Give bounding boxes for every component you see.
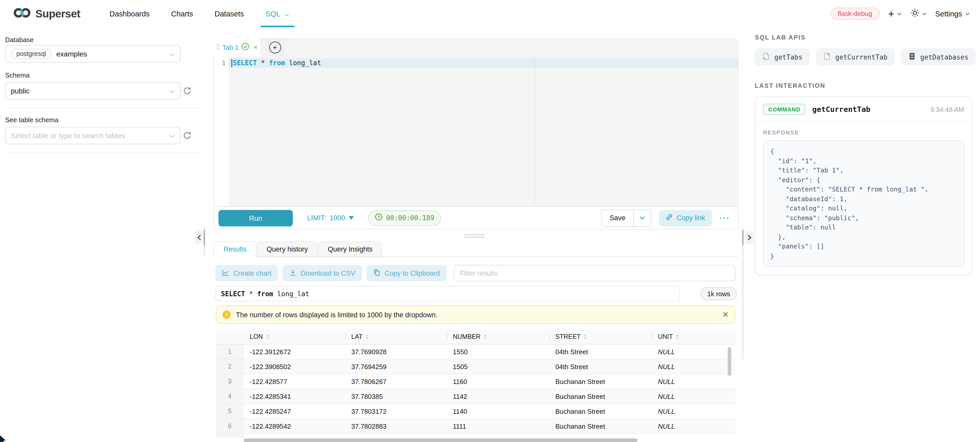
- download-csv-button[interactable]: Download to CSV: [283, 265, 362, 281]
- tab-results[interactable]: Results: [214, 241, 256, 257]
- get-current-tab-button[interactable]: getCurrentTab: [816, 48, 895, 66]
- horizontal-scrollbar-thumb[interactable]: [243, 439, 638, 442]
- schema-value: public: [11, 87, 30, 95]
- interaction-header: COMMAND getCurrentTab 9:34:48 AM: [756, 97, 972, 122]
- save-dropdown-caret[interactable]: [633, 210, 651, 226]
- nav-item-charts[interactable]: Charts: [166, 0, 198, 27]
- drag-handle-icon[interactable]: [216, 43, 219, 52]
- lat-cell: 37.7802883: [345, 419, 447, 433]
- settings-label: Settings: [935, 10, 962, 18]
- lat-cell: 37.7690928: [345, 345, 447, 359]
- unit-cell: NULL: [652, 374, 727, 389]
- lat-cell: 37.7806267: [345, 374, 447, 389]
- street-cell: Buchanan Street: [549, 404, 652, 418]
- results-table: LON LAT NUMBER STREET UNIT: [216, 329, 735, 442]
- sort-icon[interactable]: [584, 334, 587, 339]
- table-row[interactable]: 3 -122.428577 37.7806267 1160 Buchanan S…: [216, 374, 735, 389]
- column-header-unit[interactable]: UNIT: [652, 329, 727, 344]
- brand-name: Superset: [35, 8, 80, 20]
- warning-text: The number of rows displayed is limited …: [236, 311, 438, 319]
- unit-cell: NULL: [652, 359, 727, 374]
- collapse-left-panel-button[interactable]: [195, 231, 203, 244]
- table-row[interactable]: 5 -122.4285247 37.7803172 1140 Buchanan …: [216, 404, 735, 419]
- sql-code-line: SELECT * from long_lat: [233, 59, 321, 68]
- add-tab-button[interactable]: +: [266, 38, 284, 56]
- partial-row: [216, 434, 735, 437]
- street-cell: Buchanan Street: [549, 389, 652, 404]
- table-row[interactable]: 4 -122.4285341 37.780385 1142 Buchanan S…: [216, 389, 735, 404]
- nav-item-sql-label: SQL: [266, 10, 280, 18]
- table-select[interactable]: Select table or type to search tables: [5, 127, 180, 144]
- schema-select[interactable]: public: [5, 82, 180, 100]
- lon-cell: -122.4285341: [243, 389, 345, 404]
- table-row[interactable]: 2 -122.3908502 37.7694259 1505 04th Stre…: [216, 359, 735, 374]
- plus-icon: +: [888, 8, 894, 19]
- sort-icon[interactable]: [366, 334, 369, 339]
- table-row[interactable]: 1 -122.3912672 37.7690928 1550 04th Stre…: [216, 345, 735, 359]
- horizontal-split-handle[interactable]: [464, 234, 485, 239]
- run-button[interactable]: Run: [218, 210, 293, 226]
- nav-item-datasets[interactable]: Datasets: [210, 0, 249, 27]
- left-split-gutter[interactable]: [204, 227, 205, 257]
- chevron-down-icon: [922, 12, 926, 15]
- tab-query-history[interactable]: Query history: [257, 241, 318, 257]
- editor-tab-1[interactable]: Tab 1 ×: [214, 38, 260, 56]
- sidebar-divider: [5, 108, 200, 109]
- navbar: Superset Dashboards Charts Datasets SQL …: [0, 0, 980, 27]
- editor-tab-title: Tab 1: [222, 43, 239, 51]
- copy-clipboard-button[interactable]: Copy to Clipboard: [367, 265, 447, 281]
- column-label: LON: [250, 333, 263, 340]
- column-header-street[interactable]: STREET: [549, 329, 652, 344]
- column-header-lat[interactable]: LAT: [345, 329, 447, 344]
- create-chart-label: Create chart: [233, 269, 272, 277]
- horizontal-scrollbar[interactable]: [216, 437, 735, 442]
- sql-keyword: from: [257, 290, 273, 297]
- limit-label: LIMIT:: [307, 214, 326, 222]
- nav-item-dashboards[interactable]: Dashboards: [104, 0, 154, 27]
- vertical-scrollbar-thumb[interactable]: [728, 347, 731, 376]
- close-tab-icon[interactable]: ×: [254, 43, 258, 51]
- limit-dropdown[interactable]: LIMIT: 1000: [307, 214, 354, 222]
- api-panel-title: SQL LAB APIS: [755, 34, 806, 41]
- schema-label: Schema: [5, 71, 180, 79]
- refresh-tables-icon[interactable]: [183, 131, 192, 140]
- get-databases-button[interactable]: getDatabases: [901, 48, 976, 66]
- column-header-lon[interactable]: LON: [243, 329, 345, 344]
- sort-icon[interactable]: [266, 334, 269, 339]
- sql-editor[interactable]: 1 SELECT * from long_lat: [214, 56, 738, 206]
- street-cell: Buchanan Street: [549, 374, 652, 389]
- database-value: examples: [56, 50, 87, 58]
- copy-link-button[interactable]: Copy link: [659, 210, 712, 226]
- get-current-tab-label: getCurrentTab: [835, 53, 888, 61]
- theme-menu[interactable]: [910, 8, 926, 19]
- column-header-number[interactable]: NUMBER: [447, 329, 549, 344]
- superset-infinity-icon: [13, 6, 31, 21]
- sort-icon[interactable]: [676, 334, 679, 339]
- create-chart-button[interactable]: Create chart: [215, 265, 278, 281]
- download-icon: [290, 269, 297, 278]
- settings-menu[interactable]: Settings: [935, 10, 970, 18]
- right-split-gutter[interactable]: [742, 227, 744, 360]
- row-number-cell: 6: [216, 419, 243, 433]
- table-row[interactable]: 6 -122.4289542 37.7802883 1111 Buchanan …: [216, 419, 735, 434]
- filter-results-input[interactable]: [454, 265, 735, 281]
- database-select[interactable]: postgresql examples: [5, 45, 180, 63]
- save-button[interactable]: Save: [601, 209, 652, 227]
- database-type-tag: postgresql: [11, 49, 51, 59]
- close-warning-icon[interactable]: ✕: [722, 310, 729, 319]
- sql-keyword: SELECT: [233, 59, 257, 67]
- superset-logo[interactable]: Superset: [13, 6, 80, 21]
- get-tabs-button[interactable]: getTabs: [755, 48, 810, 66]
- new-item-menu[interactable]: +: [888, 8, 901, 19]
- chevron-down-icon: [169, 86, 175, 96]
- sidebar-divider: [5, 152, 200, 153]
- expand-right-panel-button[interactable]: [745, 231, 753, 244]
- tab-query-insights[interactable]: Query Insights: [318, 241, 382, 257]
- table-header-row: LON LAT NUMBER STREET UNIT: [216, 329, 735, 345]
- number-cell: 1111: [447, 419, 549, 433]
- number-cell: 1160: [447, 374, 549, 389]
- sort-icon[interactable]: [484, 334, 487, 339]
- refresh-schemas-icon[interactable]: [183, 86, 192, 96]
- nav-item-sql[interactable]: SQL: [260, 0, 294, 27]
- more-actions-button[interactable]: ···: [719, 214, 730, 222]
